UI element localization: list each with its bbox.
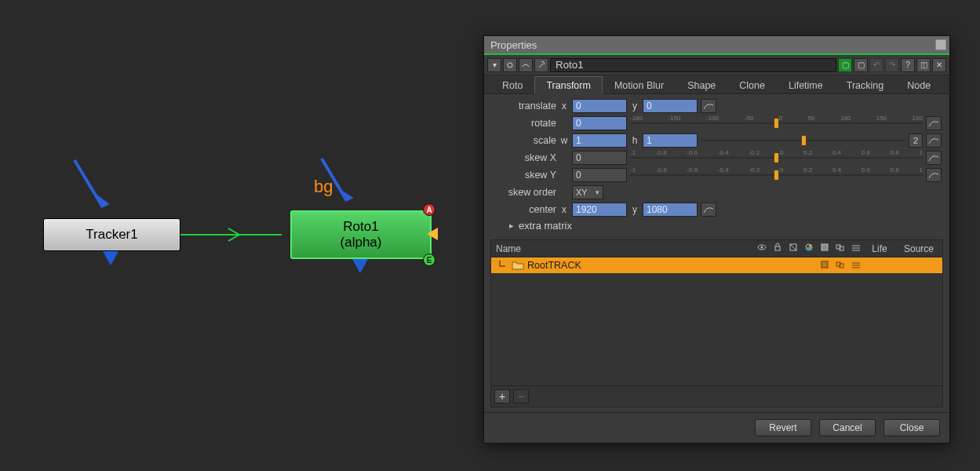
scale-end-value[interactable]: 2 (909, 133, 923, 148)
cancel-button[interactable]: Cancel (819, 419, 876, 436)
th-color-icon[interactable] (801, 243, 817, 254)
undo-icon[interactable]: ↶ (869, 58, 883, 72)
tab-roto[interactable]: Roto (490, 76, 534, 94)
roto-side-input[interactable] (427, 228, 438, 240)
roto-node[interactable]: Roto1 (alpha) (290, 210, 432, 259)
center-y-field[interactable] (643, 203, 698, 217)
extra-matrix-disclosure[interactable]: extra matrix (509, 220, 942, 232)
help-icon[interactable]: ? (901, 58, 915, 72)
tab-transform[interactable]: Transform (534, 76, 603, 94)
tab-node[interactable]: Node (895, 76, 942, 94)
tab-tracking[interactable]: Tracking (835, 76, 895, 94)
rotate-curve-icon[interactable] (926, 116, 942, 130)
th-fill-icon[interactable] (817, 243, 832, 254)
translate-curve-icon[interactable] (701, 99, 716, 113)
scale-slider[interactable] (701, 133, 905, 148)
panel-footer: Revert Cancel Close (484, 412, 949, 443)
skewx-field[interactable] (572, 151, 627, 165)
skewx-slider[interactable]: -1-0.8-0.6-0.4-0.200.20.40.60.81 (630, 151, 923, 165)
skewy-slider[interactable]: -1-0.8-0.6-0.4-0.200.20.40.60.81 (630, 168, 923, 182)
th-name[interactable]: Name (491, 243, 754, 254)
tracker-node[interactable]: Tracker1 (43, 218, 180, 251)
svg-line-0 (75, 160, 103, 207)
tree-header: Name Life Source (491, 240, 942, 257)
tab-shape[interactable]: Shape (676, 76, 727, 94)
tracker-input-arrow[interactable] (65, 157, 120, 218)
translate-y-field[interactable] (643, 99, 698, 113)
skewx-curve-icon[interactable] (926, 151, 942, 165)
svg-rect-8 (775, 246, 780, 250)
properties-panel: Properties ▾ ▢ ▢ ↶ ↷ ? ◫ ✕ Roto Transfor… (483, 35, 950, 444)
tab-lifetime[interactable]: Lifetime (777, 76, 835, 94)
th-visible-icon[interactable] (754, 243, 770, 254)
wrench-icon[interactable] (534, 58, 548, 72)
transform-form: translate x y rotate -180-150-100-500501… (484, 94, 949, 235)
roto-alpha-badge[interactable]: A (423, 203, 435, 216)
row-fill-cell[interactable] (817, 260, 832, 272)
scale-h-field[interactable] (643, 133, 698, 148)
popout-icon[interactable]: ◫ (916, 58, 931, 72)
folder-icon (512, 261, 524, 270)
roto-expression-badge[interactable]: E (423, 254, 435, 266)
node-name-field[interactable] (550, 58, 836, 72)
shape-tree: Name Life Source RootTRACK (490, 239, 943, 407)
center-node-icon[interactable] (503, 58, 517, 72)
svg-point-5 (508, 63, 512, 68)
panel-title: Properties (490, 39, 537, 51)
center-curve-icon[interactable] (701, 203, 716, 217)
scale-w-field[interactable] (572, 133, 627, 148)
translate-x-field[interactable] (572, 99, 627, 113)
row-blur-cell[interactable] (848, 260, 864, 272)
rotate-slider[interactable]: -180-150-100-50050100150180 (630, 116, 923, 130)
svg-rect-18 (822, 261, 828, 268)
th-source[interactable]: Source (895, 243, 942, 254)
scale-curve-icon[interactable] (926, 133, 942, 148)
tab-bar: Roto Transform Motion Blur Shape Clone L… (484, 75, 949, 94)
skewy-curve-icon[interactable] (926, 168, 942, 182)
collapse-icon[interactable]: ▾ (487, 58, 501, 72)
edge-tracker-to-roto[interactable] (180, 226, 293, 245)
skewx-label: skew X (492, 152, 556, 163)
redo-icon[interactable]: ↷ (885, 58, 899, 72)
svg-rect-12 (822, 244, 828, 250)
plug-icon[interactable] (519, 58, 533, 72)
rotate-field[interactable] (572, 116, 627, 130)
center-x-field[interactable] (572, 203, 627, 217)
tab-motion-blur[interactable]: Motion Blur (603, 76, 676, 94)
tree-row-root[interactable]: RootTRACK (491, 257, 942, 273)
tab-clone[interactable]: Clone (727, 76, 777, 94)
panel-titlebar[interactable]: Properties (484, 36, 949, 53)
svg-line-10 (790, 244, 796, 250)
revert-button[interactable]: Revert (755, 419, 811, 436)
roto-node-label: Roto1 (343, 219, 378, 235)
skewy-label: skew Y (492, 170, 556, 181)
th-overlay-icon[interactable] (785, 243, 801, 254)
skeworder-label: skew order (492, 187, 556, 198)
th-lock-icon[interactable] (770, 243, 785, 254)
color-swatch-gray-icon[interactable]: ▢ (854, 58, 868, 72)
tree-row-name: RootTRACK (527, 260, 754, 271)
tree-body[interactable] (491, 273, 942, 385)
translate-label: translate (492, 100, 556, 111)
th-mode-icon[interactable] (832, 243, 848, 254)
skewy-field[interactable] (572, 168, 627, 182)
add-layer-button[interactable]: + (494, 389, 510, 403)
node-header-bar: ▾ ▢ ▢ ↶ ↷ ? ◫ ✕ (484, 55, 949, 75)
tracker-output-arrow[interactable] (103, 251, 118, 265)
extra-matrix-label: extra matrix (519, 220, 572, 232)
rotate-label: rotate (492, 118, 556, 129)
remove-layer-button: − (513, 389, 529, 403)
svg-point-7 (761, 246, 763, 249)
row-mode-cell[interactable] (832, 260, 848, 272)
center-label: center (492, 204, 556, 215)
tracker-node-label: Tracker1 (86, 227, 137, 243)
window-close-button[interactable] (935, 39, 946, 50)
skeworder-select[interactable]: XY (572, 185, 603, 199)
th-blur-icon[interactable] (848, 243, 864, 254)
tree-branch-icon (491, 260, 508, 271)
close-button[interactable]: Close (883, 419, 940, 436)
close-node-icon[interactable]: ✕ (932, 58, 946, 72)
th-life[interactable]: Life (864, 243, 895, 254)
color-swatch-green-icon[interactable]: ▢ (838, 58, 852, 72)
roto-output-arrow[interactable] (352, 259, 368, 273)
